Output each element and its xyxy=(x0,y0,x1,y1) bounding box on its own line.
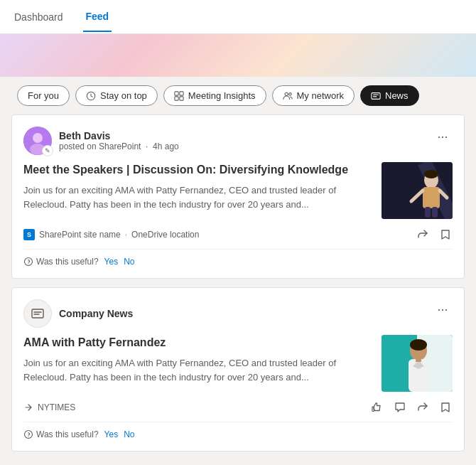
share-icon[interactable] xyxy=(416,228,430,242)
bookmark-icon-2[interactable] xyxy=(438,400,453,415)
card-2-footer: NYTIMES xyxy=(23,400,453,415)
edit-badge-1: ✎ xyxy=(42,145,53,156)
author-name-1: Beth Davis xyxy=(59,130,179,141)
banner xyxy=(0,34,476,77)
svg-point-26 xyxy=(410,339,427,351)
card-1-source: S SharePoint site name · OneDrive locati… xyxy=(23,229,199,240)
nav-feed[interactable]: Feed xyxy=(83,2,112,32)
svg-rect-1 xyxy=(175,91,178,95)
svg-rect-22 xyxy=(32,309,43,318)
clock-icon xyxy=(86,91,96,101)
card-1-more-button[interactable]: ··· xyxy=(433,127,453,146)
useful-no-1[interactable]: No xyxy=(124,257,134,267)
company-news-icon xyxy=(23,299,52,328)
svg-point-19 xyxy=(424,170,438,178)
filter-news[interactable]: News xyxy=(360,85,419,106)
card-1-thumbnail xyxy=(382,162,453,219)
filter-for-you-label: For you xyxy=(28,90,59,101)
author-info-1: Beth Davis posted on SharePoint · 4h ago xyxy=(59,130,179,151)
news-icon xyxy=(371,91,381,101)
svg-rect-31 xyxy=(372,407,374,412)
card-1-desc: Join us for an exciting AMA with Patty F… xyxy=(23,183,373,211)
author-name-2: Company News xyxy=(59,308,133,319)
filter-news-label: News xyxy=(385,90,409,101)
svg-point-32 xyxy=(25,431,33,439)
svg-point-20 xyxy=(25,258,33,266)
source-name-1: SharePoint site name xyxy=(39,230,121,240)
share-icon-2[interactable] xyxy=(416,400,430,415)
svg-rect-18 xyxy=(432,207,438,218)
card-2-source: NYTIMES xyxy=(23,402,75,412)
filter-meeting-insights[interactable]: Meeting Insights xyxy=(163,85,266,106)
useful-yes-2[interactable]: Yes xyxy=(104,429,119,439)
useful-question-2: Was this useful? xyxy=(36,429,99,439)
filter-my-network-label: My network xyxy=(297,90,344,101)
card-2: Company News ··· AMA with Patty Fernande… xyxy=(11,287,465,451)
svg-point-21 xyxy=(28,263,28,264)
nav-dashboard[interactable]: Dashboard xyxy=(11,3,66,31)
source-location-1: OneDrive location xyxy=(131,230,199,240)
card-2-body: AMA with Patty Fernandez Join us for an … xyxy=(23,335,453,392)
useful-yes-1[interactable]: Yes xyxy=(104,257,119,267)
avatar-1: ✎ xyxy=(23,127,52,155)
card-1-body: Meet the Speakers | Discussion On: Diver… xyxy=(23,162,453,219)
card-1: ✎ Beth Davis posted on SharePoint · 4h a… xyxy=(11,114,465,279)
svg-rect-2 xyxy=(180,91,183,95)
comment-icon[interactable] xyxy=(393,400,407,415)
filter-my-network[interactable]: My network xyxy=(272,85,355,106)
filter-stay-on-top-label: Stay on top xyxy=(100,90,147,101)
top-nav: Dashboard Feed xyxy=(0,0,476,34)
svg-point-5 xyxy=(285,92,288,95)
card-1-footer: S SharePoint site name · OneDrive locati… xyxy=(23,228,453,242)
svg-rect-7 xyxy=(372,92,380,99)
card-2-desc: Join us for an exciting AMA with Patty F… xyxy=(23,356,373,384)
filter-for-you[interactable]: For you xyxy=(17,85,70,106)
card-2-useful: Was this useful? Yes No xyxy=(23,422,453,439)
card-2-thumbnail xyxy=(382,335,453,392)
card-1-useful: Was this useful? Yes No xyxy=(23,249,453,267)
author-meta-1: posted on SharePoint · 4h ago xyxy=(59,141,179,151)
svg-rect-14 xyxy=(423,187,440,208)
filter-stay-on-top[interactable]: Stay on top xyxy=(75,85,158,106)
card-2-header: Company News ··· xyxy=(23,299,453,328)
source-name-2: NYTIMES xyxy=(38,402,75,412)
svg-rect-17 xyxy=(425,207,431,218)
filter-meeting-insights-label: Meeting Insights xyxy=(188,90,256,101)
card-2-more-button[interactable]: ··· xyxy=(433,299,453,319)
feed-content: ✎ Beth Davis posted on SharePoint · 4h a… xyxy=(0,114,476,451)
card-1-actions xyxy=(416,228,453,242)
card-1-title: Meet the Speakers | Discussion On: Diver… xyxy=(23,162,373,178)
svg-point-6 xyxy=(288,92,291,95)
author-info-2: Company News xyxy=(59,308,133,319)
bookmark-icon[interactable] xyxy=(438,228,453,242)
filter-bar: For you Stay on top Meeting Insights My … xyxy=(0,77,476,114)
card-1-header: ✎ Beth Davis posted on SharePoint · 4h a… xyxy=(23,127,453,155)
svg-point-33 xyxy=(28,436,28,437)
sharepoint-icon: S xyxy=(23,229,35,240)
people-icon xyxy=(283,91,293,101)
grid-icon xyxy=(174,91,184,101)
svg-point-9 xyxy=(33,133,43,143)
svg-rect-4 xyxy=(180,96,183,100)
svg-rect-30 xyxy=(416,358,421,362)
card-2-title: AMA with Patty Fernandez xyxy=(23,335,373,351)
useful-question-1: Was this useful? xyxy=(36,257,99,267)
svg-rect-3 xyxy=(175,96,178,100)
useful-no-2[interactable]: No xyxy=(124,429,134,439)
like-icon[interactable] xyxy=(370,400,384,415)
card-2-actions xyxy=(370,400,453,415)
